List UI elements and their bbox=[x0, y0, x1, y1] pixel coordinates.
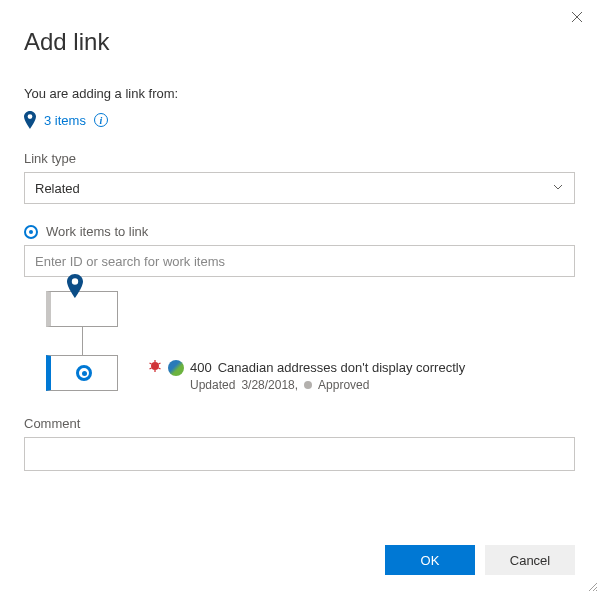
work-items-search-input[interactable] bbox=[24, 245, 575, 277]
svg-point-0 bbox=[151, 362, 159, 370]
avatar bbox=[168, 360, 184, 376]
pin-icon bbox=[67, 274, 83, 301]
close-icon bbox=[571, 10, 583, 26]
bug-icon bbox=[148, 359, 162, 376]
items-count: 3 items bbox=[44, 113, 86, 128]
source-node bbox=[46, 291, 118, 327]
info-icon[interactable]: i bbox=[94, 113, 108, 127]
resize-grip-icon bbox=[585, 579, 597, 591]
comment-label: Comment bbox=[24, 416, 575, 431]
state-dot-icon bbox=[304, 381, 312, 389]
connector-line bbox=[82, 327, 83, 355]
intro-text: You are adding a link from: bbox=[24, 86, 575, 101]
work-items-label: Work items to link bbox=[46, 224, 148, 239]
chevron-down-icon bbox=[552, 181, 564, 196]
work-item-id: 400 bbox=[190, 360, 212, 375]
work-item-state: Approved bbox=[318, 378, 369, 392]
close-button[interactable] bbox=[565, 6, 589, 30]
ok-button[interactable]: OK bbox=[385, 545, 475, 575]
target-icon bbox=[76, 365, 92, 381]
target-node bbox=[46, 355, 118, 391]
updated-label: Updated bbox=[190, 378, 235, 392]
work-item-title: Canadian addresses don't display correct… bbox=[218, 360, 465, 375]
tree-column bbox=[46, 291, 118, 391]
dialog-title: Add link bbox=[24, 28, 575, 56]
pin-icon bbox=[24, 111, 36, 129]
link-diagram: 400 Canadian addresses don't display cor… bbox=[24, 291, 575, 392]
link-type-label: Link type bbox=[24, 151, 575, 166]
work-items-header: Work items to link bbox=[24, 224, 575, 239]
work-item-details: 400 Canadian addresses don't display cor… bbox=[148, 291, 465, 392]
link-type-value: Related bbox=[35, 181, 80, 196]
source-items-row: 3 items i bbox=[24, 111, 575, 129]
updated-date: 3/28/2018, bbox=[241, 378, 298, 392]
link-type-select[interactable]: Related bbox=[24, 172, 575, 204]
dialog-footer: OK Cancel bbox=[385, 545, 575, 575]
cancel-button[interactable]: Cancel bbox=[485, 545, 575, 575]
comment-input[interactable] bbox=[24, 437, 575, 471]
target-icon bbox=[24, 225, 38, 239]
